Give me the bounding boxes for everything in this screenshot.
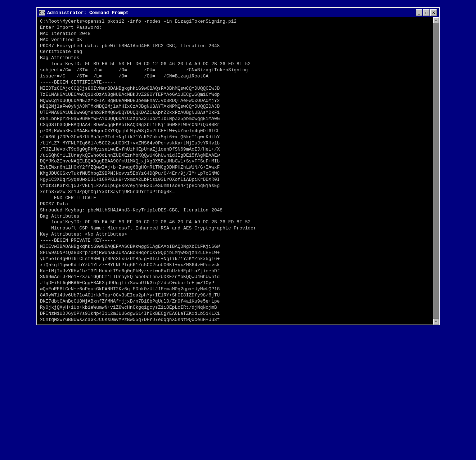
command-prompt-window: C:\ Administrator: Command Prompt _ □ ✕ … — [36, 7, 440, 325]
minimize-button[interactable]: _ — [416, 9, 422, 16]
title-bar: C:\ Administrator: Command Prompt _ □ ✕ — [37, 8, 439, 17]
scroll-up-button[interactable]: ▲ — [433, 17, 439, 23]
close-button[interactable]: ✕ — [430, 9, 437, 16]
scrollbar[interactable]: ▲ ▼ — [433, 17, 439, 325]
maximize-button[interactable]: □ — [423, 9, 430, 16]
window-controls: _ □ ✕ — [416, 9, 437, 16]
window-icon: C:\ — [39, 10, 45, 15]
terminal-output[interactable]: C:\Root\MyCerts>openssl pkcs12 -info -no… — [37, 17, 433, 325]
scroll-track[interactable] — [433, 23, 439, 319]
scroll-down-button[interactable]: ▼ — [433, 319, 439, 325]
title-bar-left: C:\ Administrator: Command Prompt — [39, 10, 129, 15]
content-wrapper: C:\Root\MyCerts>openssl pkcs12 -info -no… — [37, 17, 439, 325]
window-title: Administrator: Command Prompt — [47, 10, 129, 15]
